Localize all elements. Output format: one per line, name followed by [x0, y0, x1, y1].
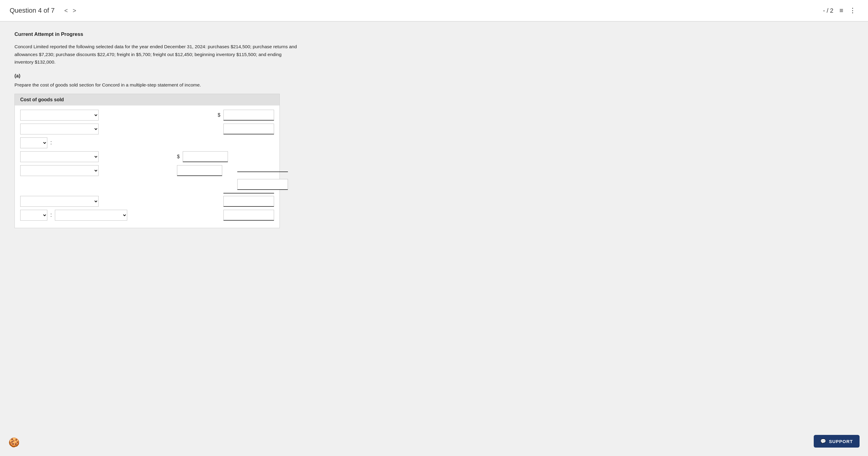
instruction-text: Prepare the cost of goods sold section f… [14, 82, 347, 88]
row4-amount-input[interactable] [183, 151, 228, 162]
row7-amount-input[interactable] [223, 196, 274, 207]
table-row [20, 196, 274, 207]
row7-dropdown[interactable] [20, 196, 99, 207]
row2-amount-input[interactable] [223, 124, 274, 134]
row8-left-part: : [20, 210, 177, 221]
row3-colon: : [50, 139, 52, 146]
table-row [20, 193, 274, 194]
row3-left-part: : [20, 137, 177, 148]
table-row: $ [20, 151, 274, 162]
row1-dropdown[interactable] [20, 110, 99, 121]
row1-dollar: $ [218, 112, 220, 118]
cogs-table: Cost of goods sold $ [14, 94, 280, 228]
table-row [20, 124, 274, 134]
row1-right-part: $ [177, 110, 274, 121]
table-row: : [20, 137, 274, 148]
row1-amount-input[interactable] [223, 110, 274, 121]
next-button[interactable]: > [70, 6, 79, 15]
row5-left-part [20, 165, 177, 176]
row6-right-part [237, 179, 288, 190]
row5-mid-part [177, 165, 237, 176]
row4-dropdown[interactable] [20, 151, 99, 162]
row8-right-part [177, 210, 274, 221]
cogs-table-body: $ [15, 105, 279, 228]
row4-left-part [20, 151, 177, 162]
table-row: $ [20, 110, 274, 121]
row7-right-part [177, 196, 274, 207]
bottom-underline [223, 193, 274, 194]
row7-left-part [20, 196, 177, 207]
row5-right-part [237, 169, 288, 172]
row1-left-part [20, 110, 177, 121]
table-row: : [20, 210, 274, 221]
row8-colon: : [50, 212, 52, 218]
row8-md-dropdown[interactable] [55, 210, 127, 221]
table-row [20, 165, 274, 176]
row4-mid-part: $ [177, 151, 237, 162]
main-content: Current Attempt in Progress Concord Limi… [0, 22, 362, 238]
top-bar: Question 4 of 7 < > - / 2 ≡ ⋮ [0, 0, 868, 22]
top-bar-right: - / 2 ≡ ⋮ [823, 7, 856, 14]
row5-dropdown[interactable] [20, 165, 99, 176]
attempt-label: Current Attempt in Progress [14, 31, 347, 37]
row4-dollar: $ [177, 154, 180, 159]
problem-text: Concord Limited reported the following s… [14, 43, 301, 66]
row6-amount-input[interactable] [237, 179, 288, 190]
row2-dropdown[interactable] [20, 124, 99, 134]
score-label: - / 2 [823, 7, 833, 14]
part-a-label: (a) [14, 73, 347, 79]
row8-amount-input[interactable] [223, 210, 274, 221]
row3-sm-dropdown[interactable] [20, 137, 47, 148]
row8-sm-dropdown[interactable] [20, 210, 47, 221]
question-label: Question 4 of 7 [10, 7, 55, 14]
row2-left-part [20, 124, 177, 134]
list-icon-button[interactable]: ≡ [839, 7, 843, 14]
more-icon-button[interactable]: ⋮ [849, 7, 856, 14]
row2-right-part [177, 124, 274, 134]
underline-spacer [237, 169, 288, 172]
row5-amount-input[interactable] [177, 165, 222, 176]
prev-button[interactable]: < [62, 6, 70, 15]
cogs-table-header: Cost of goods sold [15, 94, 279, 105]
table-row [20, 179, 274, 190]
